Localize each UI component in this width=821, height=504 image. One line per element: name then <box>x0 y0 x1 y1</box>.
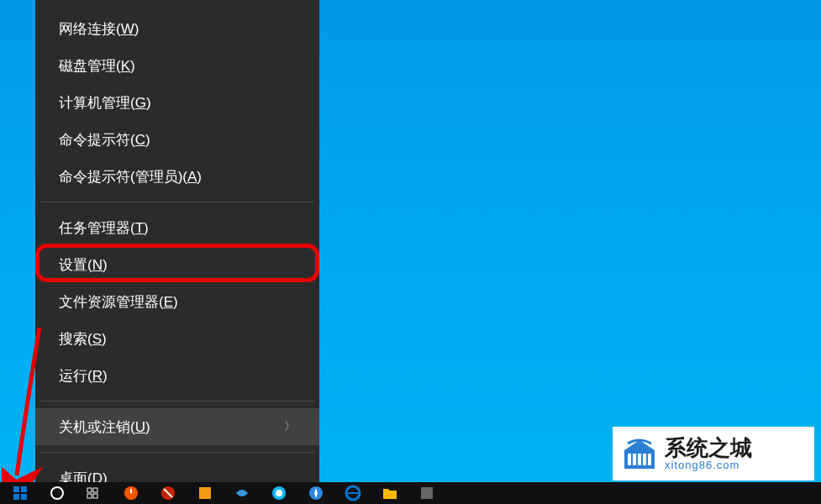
svg-rect-3 <box>21 494 27 500</box>
menu-item-shutdown-signout[interactable]: 关机或注销(U)〉 <box>35 408 319 445</box>
svg-rect-23 <box>648 454 651 465</box>
menu-item-command-prompt[interactable]: 命令提示符(C) <box>35 121 319 158</box>
svg-rect-5 <box>87 488 92 492</box>
menu-item-label: 网络连接(W) <box>59 19 139 39</box>
menu-item-file-explorer[interactable]: 文件资源管理器(E) <box>35 283 319 320</box>
svg-rect-21 <box>638 454 641 465</box>
menu-item-command-prompt-admin[interactable]: 命令提示符(管理员)(A) <box>35 158 319 195</box>
app-icon[interactable] <box>195 483 215 503</box>
menu-item-label: 文件资源管理器(E) <box>59 292 178 312</box>
svg-rect-1 <box>21 486 27 492</box>
menu-separator <box>40 452 314 453</box>
taskview-icon[interactable] <box>84 483 104 503</box>
menu-item-label: 计算机管理(G) <box>59 93 151 113</box>
menu-item-search[interactable]: 搜索(S) <box>35 320 319 357</box>
menu-item-network-connections[interactable]: 网络连接(W) <box>35 10 319 47</box>
watermark-url: xitong86.com <box>665 459 752 471</box>
menu-item-label: 任务管理器(T) <box>59 218 149 238</box>
menu-item-label: 运行(R) <box>59 366 108 386</box>
svg-rect-20 <box>633 454 636 465</box>
svg-rect-7 <box>87 494 92 498</box>
app-icon[interactable] <box>417 483 437 503</box>
menu-item-computer-management[interactable]: 计算机管理(G) <box>35 84 319 121</box>
svg-rect-6 <box>93 488 97 492</box>
svg-rect-17 <box>421 487 433 499</box>
svg-point-4 <box>51 487 63 499</box>
winx-context-menu: 网络连接(W)磁盘管理(K)计算机管理(G)命令提示符(C)命令提示符(管理员)… <box>35 0 319 500</box>
menu-item-label: 搜索(S) <box>59 329 107 349</box>
power-icon[interactable] <box>121 483 141 503</box>
menu-group: 网络连接(W)磁盘管理(K)计算机管理(G)命令提示符(C)命令提示符(管理员)… <box>35 7 319 198</box>
svg-point-14 <box>276 490 282 496</box>
folder-icon[interactable] <box>380 483 400 503</box>
menu-separator <box>40 202 314 202</box>
compass-icon[interactable] <box>306 483 326 503</box>
chevron-right-icon: 〉 <box>284 419 296 434</box>
menu-item-label: 磁盘管理(K) <box>59 56 135 76</box>
qq-icon[interactable] <box>269 483 289 503</box>
block-icon[interactable] <box>158 483 178 503</box>
menu-separator <box>40 401 314 402</box>
menu-group: 任务管理器(T)设置(N)文件资源管理器(E)搜索(S)运行(R) <box>35 206 319 397</box>
menu-item-settings[interactable]: 设置(N) <box>35 246 319 283</box>
taskbar <box>0 482 821 504</box>
svg-rect-0 <box>13 486 19 492</box>
menu-item-disk-management[interactable]: 磁盘管理(K) <box>35 47 319 84</box>
menu-item-task-manager[interactable]: 任务管理器(T) <box>35 209 319 246</box>
leaf-icon[interactable] <box>232 483 252 503</box>
menu-group: 关机或注销(U)〉 <box>35 405 319 449</box>
edge-icon[interactable] <box>343 483 363 503</box>
watermark-title: 系统之城 <box>665 436 752 460</box>
menu-item-label: 命令提示符(管理员)(A) <box>59 167 202 186</box>
menu-item-label: 设置(N) <box>59 255 108 275</box>
watermark-logo-icon <box>621 435 658 472</box>
circle-icon[interactable] <box>47 483 67 503</box>
start-icon[interactable] <box>10 483 30 503</box>
svg-rect-12 <box>199 487 211 499</box>
svg-rect-22 <box>643 454 646 465</box>
watermark: 系统之城 xitong86.com <box>613 427 814 480</box>
svg-rect-19 <box>628 454 631 465</box>
svg-rect-2 <box>13 494 19 500</box>
menu-item-label: 关机或注销(U) <box>59 417 150 437</box>
menu-item-label: 命令提示符(C) <box>59 130 150 150</box>
watermark-text: 系统之城 xitong86.com <box>665 436 752 472</box>
svg-rect-8 <box>93 494 97 498</box>
menu-item-run[interactable]: 运行(R) <box>35 357 319 394</box>
